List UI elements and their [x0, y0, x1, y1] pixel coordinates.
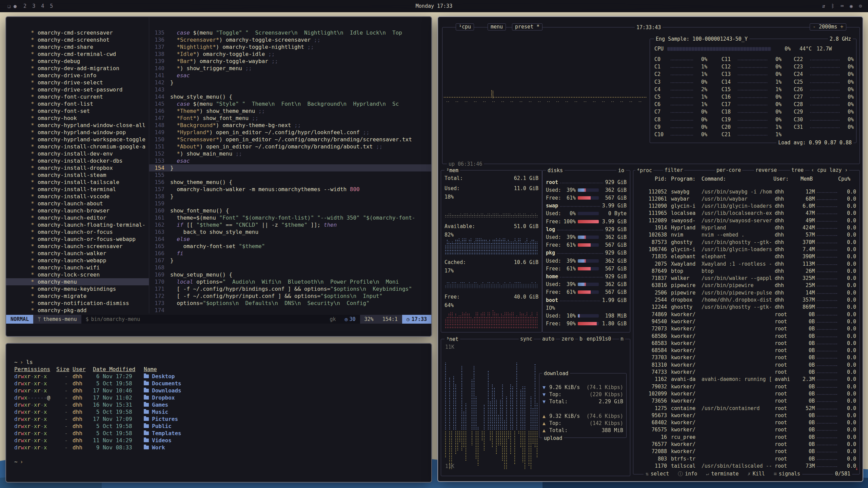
proc-row[interactable]: 1275containe/usr/bin/containerdroot52M0.…: [638, 405, 856, 412]
proc-control-filter[interactable]: filter: [663, 167, 684, 173]
proc-row[interactable]: 106746glycin-i/usr/lib/glycin-loadersdhh…: [638, 246, 856, 253]
proc-row[interactable]: 1170tailscal/usr/sbin/tailscaled --root7…: [638, 462, 856, 469]
tab-cpu[interactable]: ¹cpu: [456, 23, 474, 30]
scroll-down-icon[interactable]: ↓: [855, 465, 858, 471]
proc-row[interactable]: 68584kworker/root0B0.0: [638, 347, 856, 354]
file-item[interactable]: *omarchy-font-set: [6, 107, 149, 115]
file-item[interactable]: *omarchy-install-steam: [6, 171, 149, 179]
proc-sort-selector[interactable]: ‹ cpu lazy ›: [810, 167, 849, 173]
proc-control-tree[interactable]: tree: [790, 167, 805, 173]
proc-row[interactable]: 94540kworker/root0B0.0: [638, 318, 856, 325]
tab-preset[interactable]: preset *: [512, 23, 542, 30]
proc-col-command[interactable]: Command:: [702, 176, 726, 182]
network-title[interactable]: ³net: [445, 336, 460, 343]
net-control-b[interactable]: b: [578, 336, 584, 342]
proc-row[interactable]: 71837walker/usr/bin/walker --gappldhh325…: [638, 275, 856, 282]
proc-row[interactable]: 72073kworker/root0B0.0: [638, 325, 856, 332]
file-item[interactable]: *omarchy-launch-or-focus: [6, 228, 149, 236]
file-item[interactable]: *omarchy-launch-or-focus-webapp: [6, 236, 149, 243]
net-control-n[interactable]: n: [619, 336, 625, 342]
file-item[interactable]: *omarchy-cmd-share: [6, 43, 149, 50]
file-item[interactable]: *omarchy-migrate: [6, 292, 149, 300]
dir-name[interactable]: Documents: [144, 380, 181, 387]
file-item[interactable]: *omarchy-drive-set-password: [6, 86, 149, 93]
dir-name[interactable]: Templates: [144, 430, 181, 436]
proc-col-memb[interactable]: MemB: [789, 176, 813, 182]
proc-row[interactable]: 71835elephantelephantdhh390M0.0: [638, 253, 856, 260]
net-control-auto[interactable]: auto: [541, 336, 556, 342]
dir-name[interactable]: Games: [144, 402, 168, 408]
file-list-pane[interactable]: *omarchy-cmd-screensaver*omarchy-cmd-scr…: [6, 17, 149, 313]
proc-col-user[interactable]: User:: [773, 176, 789, 182]
net-control-zero[interactable]: zero: [560, 336, 575, 342]
file-item[interactable]: *omarchy-cmd-screensaver: [6, 29, 149, 36]
keyboard-icon[interactable]: ⌨: [841, 3, 844, 9]
proc-row[interactable]: 112052swaybg/usr/bin/swaybg -i /homdhh12…: [638, 188, 856, 195]
code-pane[interactable]: 135 case $(menu "Toggle" " Screensaver\n…: [149, 17, 431, 313]
dir-name[interactable]: Music: [144, 409, 168, 415]
net-control-enp191s0[interactable]: enp191s0: [585, 336, 612, 342]
proc-col-pid[interactable]: Pid:: [638, 176, 667, 182]
terminal-window[interactable]: ~›lsPermissionsSizeUserDate ModifiedName…: [5, 343, 432, 483]
file-item[interactable]: *omarchy-launch-floating-terminal-: [6, 221, 149, 228]
proc-row[interactable]: 81310kworker/root0B0.0: [638, 361, 856, 368]
disks-title[interactable]: disks: [546, 167, 565, 174]
proc-row[interactable]: 63816pipewire/usr/bin/pipewiredhh25M0.0: [638, 282, 856, 289]
proc-row[interactable]: 112061waybar/usr/bin/waybardhh68M0.0: [638, 195, 856, 202]
file-item[interactable]: *omarchy-install-dropbox: [6, 164, 149, 171]
proc-row[interactable]: 76577kworker/root0B0.0: [638, 441, 856, 448]
file-item[interactable]: *omarchy-font-current: [6, 93, 149, 100]
proc-row[interactable]: 112090glycin-i/usr/lib/glycin-loadersdhh…: [638, 203, 856, 210]
proc-row[interactable]: 2506pipewire/usr/bin/pipewire-pulsedhh14…: [638, 289, 856, 296]
proc-row[interactable]: 68402kworker/root0B0.0: [638, 419, 856, 426]
file-item[interactable]: *omarchy-install-docker-dbs: [6, 157, 149, 164]
file-item[interactable]: *omarchy-dev-add-migration: [6, 65, 149, 72]
notification-icon[interactable]: ⊙: [859, 3, 862, 9]
file-item[interactable]: *omarchy-launch-wifi: [6, 264, 149, 271]
proc-row[interactable]: 1162avahi-daavahi-daemon: running [avahi…: [638, 376, 856, 383]
proc-row[interactable]: 79032kworker/root0B0.0: [638, 383, 856, 390]
proc-row[interactable]: 112089swayosd-/usr/bin/swayosd-serverdhh…: [638, 217, 856, 224]
net-control-sync[interactable]: sync: [519, 336, 534, 342]
file-item[interactable]: *omarchy-menu: [6, 278, 149, 285]
dir-name[interactable]: Desktop: [144, 373, 175, 380]
proc-row[interactable]: 1914HyprlandHyprlanddhh424M0.0: [638, 224, 856, 231]
proc-row[interactable]: 68586kworker/root0B0.0: [638, 332, 856, 340]
proc-row[interactable]: 95673kworker/root0B0.0: [638, 412, 856, 419]
proc-row[interactable]: 73656kworker/root0B0.0: [638, 398, 856, 405]
file-item[interactable]: *omarchy-debug: [6, 58, 149, 65]
memory-title[interactable]: ²mem: [445, 167, 460, 174]
file-item[interactable]: *omarchy-hyprland-window-close-all: [6, 122, 149, 129]
file-item[interactable]: *omarchy-hyprland-window-pop: [6, 129, 149, 136]
dir-name[interactable]: Work: [144, 444, 165, 451]
file-item[interactable]: *omarchy-font-list: [6, 100, 149, 107]
proc-col-cpu[interactable]: Cpu%: [828, 176, 850, 182]
file-item[interactable]: *omarchy-install-terminal: [6, 186, 149, 193]
file-item[interactable]: *omarchy-drive-info: [6, 72, 149, 79]
proc-row[interactable]: 74869kworker/root0B0.0: [638, 311, 856, 318]
proc-row[interactable]: 76575kworker/root0B0.0: [638, 426, 856, 433]
proc-footer-signals[interactable]: ≡signals: [774, 471, 800, 477]
proc-footer-select[interactable]: ⇅select: [646, 471, 669, 477]
file-item[interactable]: *omarchy-drive-select: [6, 79, 149, 86]
file-item[interactable]: *omarchy-menu-keybindings: [6, 285, 149, 292]
proc-row[interactable]: 87649btopbtopdhh26M0.0: [638, 267, 856, 274]
file-item[interactable]: *omarchy-launch-webapp: [6, 257, 149, 264]
interval-minus-button[interactable]: -: [813, 24, 816, 30]
volume-icon[interactable]: ◉: [850, 3, 853, 9]
file-item[interactable]: *omarchy-install-tailscale: [6, 179, 149, 186]
proc-col-program[interactable]: Program:: [671, 176, 695, 182]
proc-row[interactable]: 68583kworker/root0B0.0: [638, 340, 856, 347]
bluetooth-icon[interactable]: ᛒ: [831, 3, 834, 9]
file-item[interactable]: *omarchy-pkg-add: [6, 307, 149, 313]
file-item[interactable]: *omarchy-install-dev-env: [6, 150, 149, 157]
network-arrows-icon[interactable]: ⇵: [822, 3, 825, 9]
dir-name[interactable]: Pictures: [144, 416, 178, 422]
proc-control-per-core[interactable]: per-core: [715, 167, 742, 173]
file-item[interactable]: *omarchy-launch-screensaver: [6, 243, 149, 250]
proc-footer-kill[interactable]: ✗Kill: [748, 471, 765, 477]
proc-row[interactable]: 2075XwaylandXwayland :1 -rootless -dhh11…: [638, 260, 856, 267]
file-item[interactable]: *omarchy-hyprland-workspace-toggle: [6, 136, 149, 143]
file-item[interactable]: *omarchy-launch-editor: [6, 214, 149, 221]
file-item[interactable]: *omarchy-install-chromium-google-a: [6, 143, 149, 150]
